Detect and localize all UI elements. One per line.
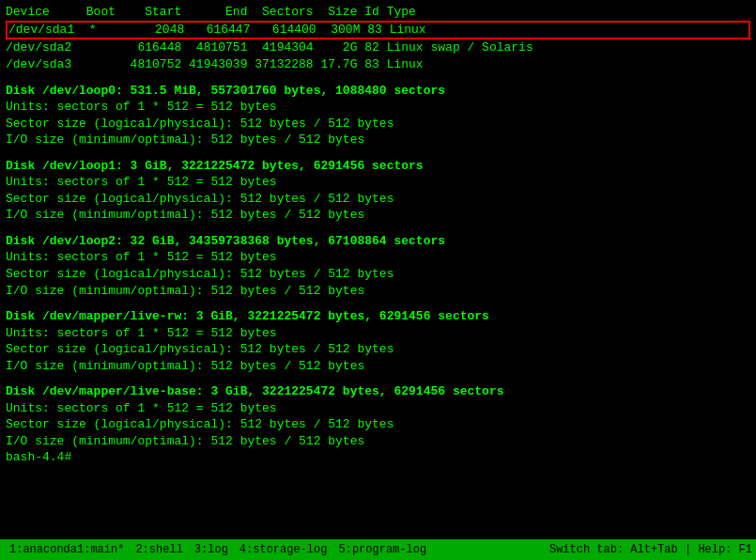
tab-bar: 1:anaconda1:main*2:shell3:log4:storage-l… xyxy=(4,541,549,558)
bottom-bar: 1:anaconda1:main*2:shell3:log4:storage-l… xyxy=(0,539,756,560)
disk-section-line-4-0: Units: sectors of 1 * 512 = 512 bytes xyxy=(6,400,750,417)
disk-section-line-3-2: I/O size (minimum/optimal): 512 bytes / … xyxy=(6,358,750,375)
switch-hint: Switch tab: Alt+Tab | Help: F1 xyxy=(549,543,752,556)
disk-section-line-1-1: Sector size (logical/physical): 512 byte… xyxy=(6,191,750,208)
disk-section-line-2-0: Units: sectors of 1 * 512 = 512 bytes xyxy=(6,249,750,266)
tab-1[interactable]: 2:shell xyxy=(130,541,188,558)
tab-2[interactable]: 3:log xyxy=(189,541,234,558)
disk-section-line-4-1: Sector size (logical/physical): 512 byte… xyxy=(6,416,750,433)
disk-sections: Disk /dev/loop0: 531.5 MiB, 557301760 by… xyxy=(6,83,750,450)
disk-section-line-2-1: Sector size (logical/physical): 512 byte… xyxy=(6,266,750,283)
disk-section-line-2-2: I/O size (minimum/optimal): 512 bytes / … xyxy=(6,283,750,300)
bash-prompt: bash-4.4# xyxy=(6,450,71,464)
disk-section-title-0: Disk /dev/loop0: 531.5 MiB, 557301760 by… xyxy=(6,83,750,100)
disk-section-line-4-2: I/O size (minimum/optimal): 512 bytes / … xyxy=(6,433,750,450)
disk-section-title-4: Disk /dev/mapper/live-base: 3 GiB, 32212… xyxy=(6,383,750,400)
disk-section-line-0-2: I/O size (minimum/optimal): 512 bytes / … xyxy=(6,132,750,148)
disk-section-2: Disk /dev/loop2: 32 GiB, 34359738368 byt… xyxy=(6,233,750,299)
disk-section-title-1: Disk /dev/loop1: 3 GiB, 3221225472 bytes… xyxy=(6,158,750,175)
disk-section-4: Disk /dev/mapper/live-base: 3 GiB, 32212… xyxy=(6,383,750,449)
disk-section-line-1-2: I/O size (minimum/optimal): 512 bytes / … xyxy=(6,207,750,224)
disk-section-line-0-0: Units: sectors of 1 * 512 = 512 bytes xyxy=(6,99,750,116)
disk-section-line-0-1: Sector size (logical/physical): 512 byte… xyxy=(6,116,750,132)
disk-section-line-3-1: Sector size (logical/physical): 512 byte… xyxy=(6,341,750,358)
disk-section-line-1-0: Units: sectors of 1 * 512 = 512 bytes xyxy=(6,174,750,191)
disk-section-0: Disk /dev/loop0: 531.5 MiB, 557301760 by… xyxy=(6,83,750,148)
partition-row-3: /dev/sda3 4810752 41943039 37132288 17.7… xyxy=(6,57,424,71)
partition-header: Device Boot Start End Sectors Size Id Ty… xyxy=(6,5,416,19)
terminal-content: Device Boot Start End Sectors Size Id Ty… xyxy=(6,4,750,73)
tab-3[interactable]: 4:storage-log xyxy=(234,541,333,558)
tab-4[interactable]: 5:program-log xyxy=(332,541,432,558)
disk-section-line-3-0: Units: sectors of 1 * 512 = 512 bytes xyxy=(6,325,750,342)
tab-0[interactable]: 1:anaconda1:main* xyxy=(4,541,130,558)
terminal: Device Boot Start End Sectors Size Id Ty… xyxy=(0,0,756,560)
disk-section-title-2: Disk /dev/loop2: 32 GiB, 34359738368 byt… xyxy=(6,233,750,250)
highlighted-partition-row: /dev/sda1 * 2048 616447 614400 300M 83 L… xyxy=(6,21,750,40)
disk-section-3: Disk /dev/mapper/live-rw: 3 GiB, 3221225… xyxy=(6,308,750,374)
partition-row-2: /dev/sda2 616448 4810751 4194304 2G 82 L… xyxy=(6,40,533,54)
prompt-line: bash-4.4# xyxy=(6,449,750,466)
disk-section-1: Disk /dev/loop1: 3 GiB, 3221225472 bytes… xyxy=(6,158,750,224)
disk-section-title-3: Disk /dev/mapper/live-rw: 3 GiB, 3221225… xyxy=(6,308,750,325)
